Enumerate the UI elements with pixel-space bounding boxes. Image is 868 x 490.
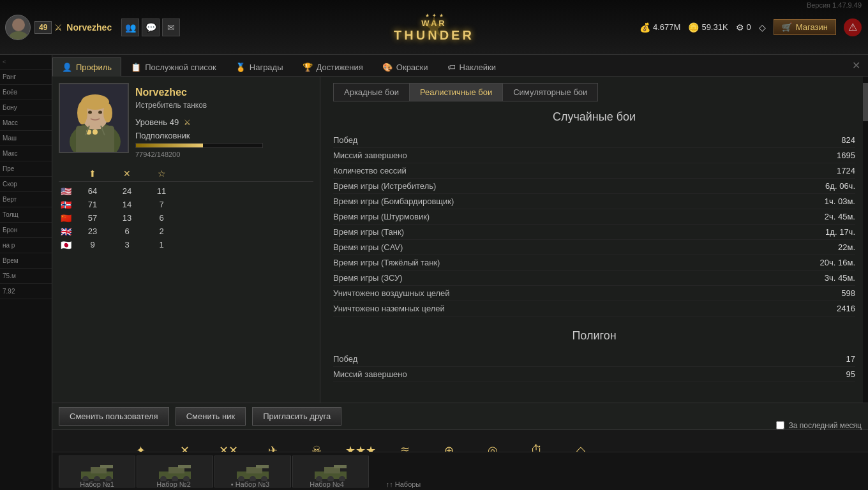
shop-button[interactable]: 🛒 Магазин	[774, 19, 836, 35]
preset-label-4: ↑↑ Наборы	[365, 480, 442, 488]
svg-marker-2	[424, 16, 444, 36]
sidebar-item[interactable]: Скор	[0, 177, 52, 192]
header-kills-icon: ✕	[111, 168, 143, 179]
tab-realistic[interactable]: Реалистичные бои	[410, 84, 503, 101]
sidebar-item[interactable]: Верт	[0, 192, 52, 207]
stat-row: Побед824	[333, 133, 855, 148]
xp-text: 77942/148200	[135, 151, 313, 158]
nation-row-uk: 🇬🇧 23 6 2	[59, 225, 313, 238]
mail-button[interactable]: ✉	[162, 19, 180, 36]
nation-row-us: 🇺🇸 64 24 11	[59, 184, 313, 198]
chat-button[interactable]: 💬	[142, 19, 160, 36]
tab-simulator[interactable]: Симуляторные бои	[503, 84, 597, 101]
level-badge: 49	[34, 21, 52, 34]
gem-icon: ◇	[759, 22, 766, 33]
polygon-stat-row: Побед17	[333, 352, 855, 367]
sidebar-item[interactable]: Врем	[0, 253, 52, 269]
stat-row: Уничтожено воздушных целей598	[333, 286, 855, 301]
flag-cn: 🇨🇳	[59, 214, 73, 223]
currency-bar: 💰 4.677M 🪙 59.31K ⚙ 0 ◇ 🛒 Магазин ⚠	[640, 19, 862, 36]
stats-header: ⬆ ✕ ☆	[59, 166, 313, 182]
preset-label-3: Набор №4	[288, 480, 365, 488]
preset-label-0: Набор №1	[59, 480, 135, 488]
friends-button[interactable]: 👥	[121, 19, 139, 36]
player-name-large: Norvezhec	[135, 87, 313, 98]
stat-row: Время игры (CAV)22м.	[333, 240, 855, 255]
flag-us: 🇺🇸	[59, 187, 73, 196]
tab-награды[interactable]: 🏅Награды	[226, 57, 293, 77]
nation-row-jp: 🇯🇵 9 3 1	[59, 238, 313, 251]
gold-currency: 💰 4.677M	[640, 22, 680, 33]
close-panel-button[interactable]: ✕	[847, 59, 865, 71]
sidebar-item[interactable]: Пре	[0, 161, 52, 177]
tab-послужной-список[interactable]: 📋Послужной список	[121, 57, 226, 77]
stat-row: Уничтожено наземных целей2416	[333, 301, 855, 316]
tab-icon-0: 👤	[62, 63, 72, 72]
wt-logo: ★✦★ WAR THUNDER	[389, 0, 479, 55]
svg-point-12	[98, 111, 102, 114]
sidebar-item[interactable]: Маш	[0, 131, 52, 146]
nation-row-cn: 🇨🇳 57 13 6	[59, 211, 313, 225]
sidebar-item[interactable]: на р	[0, 238, 52, 253]
action-btn[interactable]: Сменить пользователя	[59, 407, 169, 426]
version-text: Версия 1.47.9.49	[807, 1, 862, 9]
svg-rect-17	[100, 465, 113, 468]
level-label: Уровень 49	[135, 117, 179, 127]
stat-row: Время игры (Бомбардировщик)1ч. 03м.	[333, 194, 855, 209]
polygon-title: Полигон	[333, 329, 855, 343]
last-month-checkbox[interactable]	[776, 421, 784, 429]
top-bar-left: 49 ⚔ Norvezhec 👥 💬 ✉	[0, 15, 383, 40]
tab-наклейки[interactable]: 🏷Наклейки	[438, 57, 505, 77]
last-month-container: За последний месяц	[776, 421, 862, 430]
action-btn[interactable]: Сменить ник	[176, 407, 246, 426]
sidebar-collapse[interactable]: <	[0, 55, 52, 70]
bottom-buttons: Сменить пользователяСменить никПригласит…	[52, 403, 868, 429]
alert-icon[interactable]: ⚠	[844, 19, 862, 36]
stat-row: Количество сессий1724	[333, 163, 855, 179]
flag-no: 🇳🇴	[59, 200, 73, 209]
sidebar-item[interactable]: Масс	[0, 115, 52, 131]
level-sword-icon: ⚔	[184, 118, 191, 127]
flag-jp: 🇯🇵	[59, 241, 73, 249]
player-name-top: Norvezhec	[66, 22, 112, 33]
tab-достижения[interactable]: 🏆Достижения	[293, 57, 373, 77]
header-wins-icon: ⬆	[77, 168, 108, 179]
svg-rect-35	[334, 465, 347, 468]
tab-arcade[interactable]: Аркадные бои	[334, 84, 410, 101]
sidebar: < РангБоёвБонуМассМашМаксПреСкорВертТолщ…	[0, 55, 52, 490]
sidebar-item[interactable]: Макс	[0, 146, 52, 161]
main-panel: 👤Профиль📋Послужной список🏅Награды🏆Достиж…	[52, 55, 868, 452]
random-battles-title: Случайные бои	[333, 110, 855, 124]
top-bar: 49 ⚔ Norvezhec 👥 💬 ✉ ★✦★ WAR THUNDER 💰 4…	[0, 0, 868, 55]
sidebar-item[interactable]: Бону	[0, 100, 52, 115]
stat-row: Время игры (Танк)1д. 17ч.	[333, 225, 855, 240]
tab-icon-1: 📋	[131, 63, 141, 72]
player-details: Norvezhec Истребитель танков Уровень 49 …	[135, 83, 313, 158]
sidebar-item[interactable]: Брон	[0, 223, 52, 238]
silver-currency: 🪙 59.31K	[688, 22, 728, 33]
sidebar-item[interactable]: Боёв	[0, 85, 52, 100]
profile-right[interactable]: Аркадные бои Реалистичные бои Симуляторн…	[320, 77, 868, 452]
header-awards-icon: ☆	[146, 168, 177, 179]
scrollbar[interactable]	[863, 77, 868, 452]
preset-label-2: • Набор №3	[212, 480, 288, 488]
svg-point-0	[12, 19, 25, 31]
svg-rect-23	[178, 465, 191, 468]
action-btn[interactable]: Пригласить друга	[252, 407, 341, 426]
tab-окраски[interactable]: 🎨Окраски	[373, 57, 438, 77]
player-info-box: Norvezhec Истребитель танков Уровень 49 …	[59, 83, 313, 158]
sidebar-item[interactable]: 7.92	[0, 284, 52, 299]
sidebar-item[interactable]: 75.м	[0, 269, 52, 284]
nation-row-no: 🇳🇴 71 14 7	[59, 198, 313, 211]
scrollbar-thumb[interactable]	[863, 83, 868, 121]
stat-row: Время игры (Истребитель)6д. 06ч.	[333, 179, 855, 194]
sidebar-item[interactable]: Ранг	[0, 70, 52, 85]
preset-bar: Набор №1Набор №2• Набор №3Набор №4↑↑ Наб…	[52, 452, 868, 490]
tab-профиль[interactable]: 👤Профиль	[52, 57, 121, 77]
gem-currency: ◇	[759, 22, 766, 33]
special-currency: ⚙ 0	[736, 22, 751, 33]
svg-point-10	[103, 103, 112, 122]
svg-rect-29	[256, 465, 269, 468]
sidebar-item[interactable]: Толщ	[0, 207, 52, 223]
silver-icon: 🪙	[688, 22, 699, 33]
